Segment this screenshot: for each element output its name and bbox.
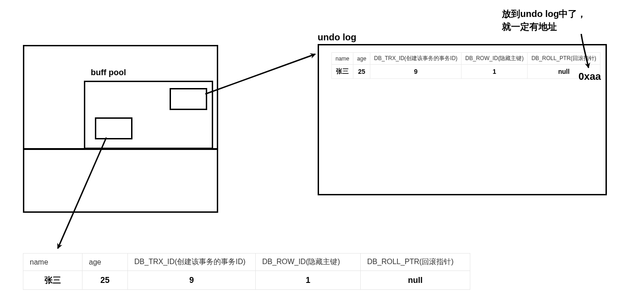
cell-age: 25 (353, 65, 370, 79)
cell-trx: 9 (128, 271, 256, 290)
page-box-left (95, 117, 132, 139)
cell-roll: null (361, 271, 470, 290)
table-header-row: name age DB_TRX_ID(创建该事务的事务ID) DB_ROW_ID… (332, 53, 600, 65)
col-age: age (353, 53, 370, 65)
bottom-table-wrap: name age DB_TRX_ID(创建该事务的事务ID) DB_ROW_ID… (23, 253, 470, 290)
col-name: name (332, 53, 353, 65)
page-box-right (170, 88, 207, 110)
annotation-line1: 放到undo log中了， (502, 9, 586, 19)
undo-log-label: undo log (318, 32, 356, 43)
col-trx: DB_TRX_ID(创建该事务的事务ID) (370, 53, 462, 65)
col-age: age (83, 254, 128, 271)
arrow-to-undo-log (205, 54, 315, 94)
cell-name: 张三 (23, 271, 83, 290)
cell-row: 1 (462, 65, 528, 79)
annotation-line2: 就一定有地址 (502, 22, 557, 32)
cell-age: 25 (83, 271, 128, 290)
bottom-table: name age DB_TRX_ID(创建该事务的事务ID) DB_ROW_ID… (23, 253, 470, 290)
cell-row: 1 (256, 271, 361, 290)
col-trx: DB_TRX_ID(创建该事务的事务ID) (128, 254, 256, 271)
col-row: DB_ROW_ID(隐藏主键) (256, 254, 361, 271)
annotation-text: 放到undo log中了， 就一定有地址 (502, 7, 639, 33)
col-roll: DB_ROLL_PTR(回滚指针) (361, 254, 470, 271)
cell-name: 张三 (332, 65, 353, 79)
col-roll: DB_ROLL_PTR(回滚指针) (528, 53, 600, 65)
table-row: 张三 25 9 1 null (332, 65, 600, 79)
col-name: name (23, 254, 83, 271)
undo-log-table-wrap: name age DB_TRX_ID(创建该事务的事务ID) DB_ROW_ID… (331, 52, 600, 79)
col-row: DB_ROW_ID(隐藏主键) (462, 53, 528, 65)
table-header-row: name age DB_TRX_ID(创建该事务的事务ID) DB_ROW_ID… (23, 254, 470, 271)
cell-trx: 9 (370, 65, 462, 79)
undo-log-table: name age DB_TRX_ID(创建该事务的事务ID) DB_ROW_ID… (331, 52, 600, 79)
table-row: 张三 25 9 1 null (23, 271, 470, 290)
buff-pool-label: buff pool (91, 68, 126, 77)
address-label: 0xaa (578, 71, 601, 83)
